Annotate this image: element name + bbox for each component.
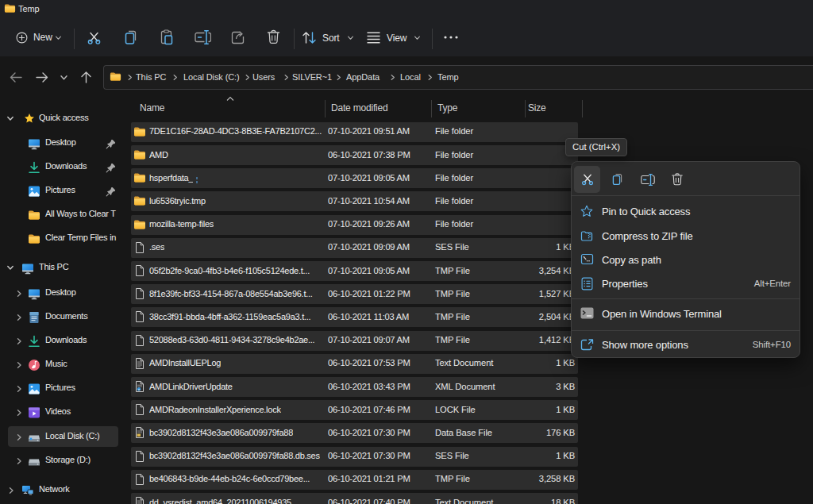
- svg-text:e: e: [138, 388, 140, 391]
